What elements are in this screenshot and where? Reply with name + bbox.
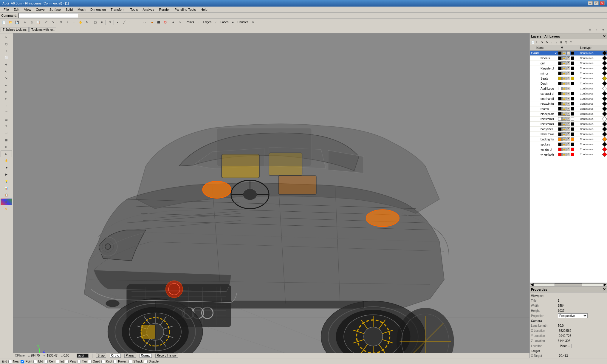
layer-indicator[interactable]: audi: [77, 354, 89, 358]
snap-near-check[interactable]: [8, 360, 12, 363]
toolbar-edges-btn[interactable]: /: [213, 19, 219, 26]
layer-row-1[interactable]: wheels 🔒 P Continuous: [530, 56, 607, 61]
snap-int-check[interactable]: [56, 360, 59, 363]
layer-row-7[interactable]: Audi Logo 🔒 P Continuous: [530, 86, 607, 91]
layer-row-10[interactable]: newwindows 🔒 P Continuous: [530, 101, 607, 106]
layer-sort-btn[interactable]: ⊞: [559, 40, 564, 45]
snap-disable-check[interactable]: [144, 360, 148, 363]
tool-rotate[interactable]: ↻: [1, 68, 12, 75]
toolbar-new[interactable]: 📄: [1, 19, 7, 26]
menu-tools[interactable]: Tools: [128, 7, 140, 12]
layers-close-btn[interactable]: ✕: [603, 34, 606, 38]
tool-trim[interactable]: ✂: [1, 96, 12, 102]
toolbar-sphere[interactable]: ●: [149, 19, 155, 26]
layer-row-2[interactable]: grill 🔒 P Continuous: [530, 61, 607, 66]
toolbar-rotate[interactable]: ↻: [84, 19, 90, 26]
layer-down-btn[interactable]: ↓: [554, 40, 559, 45]
tool-dimension[interactable]: ⊣: [1, 130, 12, 137]
tool-extend[interactable]: →: [1, 103, 12, 109]
toolbar-pan[interactable]: ✋: [77, 19, 84, 26]
layer-row-3[interactable]: Registerplate 🔒 P Continuous: [530, 66, 607, 71]
props-close-btn[interactable]: ✕: [603, 287, 606, 292]
layer-row-18[interactable]: spokes 🔒 P Continuous: [530, 142, 607, 147]
tool-move[interactable]: ✛: [1, 61, 12, 68]
toolbar-save[interactable]: 💾: [14, 19, 20, 26]
layer-row-16[interactable]: NewChromesurfaces 🔒 P Continuous: [530, 132, 607, 137]
menu-dimension[interactable]: Dimension: [88, 7, 108, 12]
menu-view[interactable]: View: [22, 7, 34, 12]
tool-zoom-window[interactable]: ⊡: [1, 151, 12, 157]
layer-row-5[interactable]: Seats 🔒 P Continuous: [530, 76, 607, 81]
layer-row-19[interactable]: varajarut 🔒 P Continuous: [530, 147, 607, 152]
layer-row-6[interactable]: Dash 🔒 P Continuous: [530, 81, 607, 86]
tool-mirror[interactable]: ⇔: [1, 82, 12, 89]
tool-color[interactable]: ◉: [1, 199, 12, 205]
layer-row-12[interactable]: blackpilars 🔒 P Continuous: [530, 111, 607, 117]
toolbar-circle[interactable]: ○: [134, 19, 141, 26]
layer-rename-btn[interactable]: ✎: [545, 40, 549, 45]
toolbar-arc[interactable]: ⌒: [128, 19, 134, 26]
menu-solid[interactable]: Solid: [63, 7, 75, 12]
toolbar-rect[interactable]: ▭: [141, 19, 147, 26]
menu-surface[interactable]: Surface: [47, 7, 63, 12]
toolbar-grid[interactable]: ⊞: [106, 19, 113, 26]
tool-hatch[interactable]: ▦: [1, 137, 12, 143]
toolbar-box[interactable]: ⬛: [155, 19, 162, 26]
toolbar-paste[interactable]: 📋: [35, 19, 41, 26]
toolbar-point[interactable]: ●: [114, 19, 121, 26]
snap-cen-check[interactable]: [44, 360, 48, 363]
layer-help-btn[interactable]: ?: [569, 40, 573, 45]
snap-perp-check[interactable]: [65, 360, 69, 363]
tool-select-box[interactable]: ▢: [1, 41, 12, 47]
snap-btn-osnap[interactable]: Osnap: [140, 354, 152, 358]
snap-btn-history[interactable]: Record History: [155, 354, 178, 358]
menu-help[interactable]: Help: [198, 7, 210, 12]
toolbar-lasso[interactable]: ⊗: [98, 19, 105, 26]
hscroll-left[interactable]: ◀: [530, 283, 533, 286]
minimize-button[interactable]: ─: [588, 1, 593, 5]
tool-array[interactable]: ⊞: [1, 89, 12, 95]
toolbar-open[interactable]: 📂: [7, 19, 14, 26]
toolbar2-btn1[interactable]: ⊞: [587, 27, 593, 33]
layer-row-14[interactable]: rekisterikliipedestа 🔒 P Continuous: [530, 122, 607, 127]
layer-new-btn[interactable]: 📄: [530, 40, 535, 45]
tool-render2[interactable]: 💡: [1, 178, 12, 185]
toolbar-handles-btn[interactable]: ⊕: [250, 19, 256, 26]
tool-layer2[interactable]: 📋: [1, 192, 12, 198]
layer-row-4[interactable]: mirror 🔒 P Continuous: [530, 71, 607, 76]
camera-place-btn[interactable]: Place...: [558, 344, 572, 348]
menu-curve[interactable]: Curve: [33, 7, 47, 12]
tool-analysis[interactable]: 📊: [1, 185, 12, 191]
layer-row-13[interactable]: rekisterikliplakas 🔒 P Continuous: [530, 117, 607, 122]
tool-scale[interactable]: ⇲: [1, 75, 12, 82]
snap-point-check[interactable]: [21, 360, 24, 363]
layer-row-20[interactable]: wheelbolts 🔒 P Continuous: [530, 152, 607, 157]
tab-toolbars-text[interactable]: Toolbars with text: [29, 27, 56, 32]
toolbar2-btn2[interactable]: ○: [593, 27, 600, 33]
snap-quad-check[interactable]: [88, 360, 92, 363]
menu-transform[interactable]: Transform: [108, 7, 128, 12]
toolbar-points-btn[interactable]: ·: [195, 19, 202, 26]
layer-row-8[interactable]: exhaust pipe 🔒 P Continuous: [530, 91, 607, 96]
layer-filter-btn[interactable]: ▽: [564, 40, 569, 45]
layer-up-btn[interactable]: ↑: [549, 40, 554, 45]
toolbar-undo[interactable]: ↶: [43, 19, 49, 26]
toolbar-snap1[interactable]: ◈: [170, 19, 176, 26]
toolbar-zoom-in[interactable]: +: [64, 19, 71, 26]
viewport[interactable]: X Y Z CPlane x 284.75 y -1536.47 z 0.0: [13, 33, 529, 358]
layer-row-0[interactable]: ▼ audi ✓ 🔒 P Continuous: [530, 51, 607, 56]
prop-projection-select[interactable]: Perspective Parallel: [558, 313, 588, 318]
tool-fillet[interactable]: ⌒: [1, 109, 12, 116]
layer-new-sublayer-btn[interactable]: ⊢: [535, 40, 540, 45]
menu-edit[interactable]: Edit: [11, 7, 22, 12]
layer-row-15[interactable]: bodyshell 🔒 P Continuous: [530, 127, 607, 132]
tab-tsplines[interactable]: T-Splines toolbars: [1, 27, 29, 32]
toolbar-zoom-out[interactable]: −: [71, 19, 77, 26]
hscroll-track[interactable]: [533, 283, 603, 286]
menu-analyze[interactable]: Analyze: [140, 7, 157, 12]
snap-knot-check[interactable]: [101, 360, 105, 363]
tool-zoom-area[interactable]: ⊙: [1, 144, 12, 150]
toolbar-zoom-ext[interactable]: ⊡: [58, 19, 64, 26]
hscroll-right[interactable]: ▶: [603, 283, 607, 286]
toolbar-line[interactable]: ╱: [121, 19, 128, 26]
